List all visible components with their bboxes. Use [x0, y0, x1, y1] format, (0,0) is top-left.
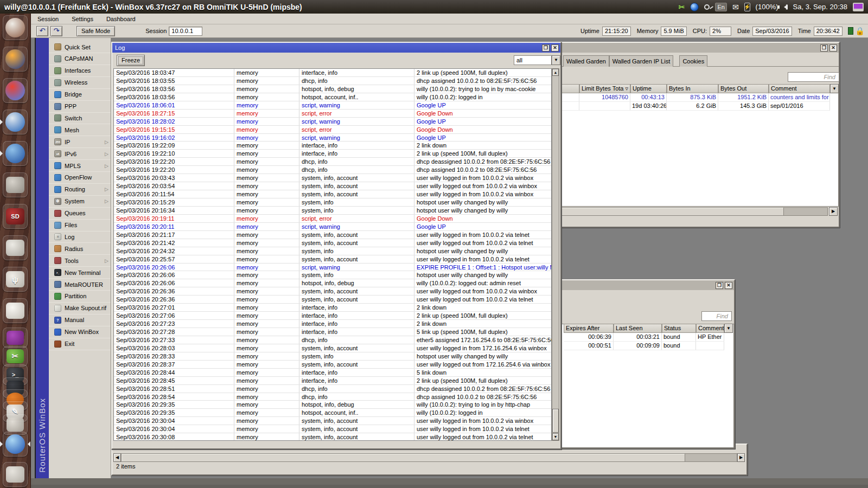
freeze-button[interactable]: Freeze [117, 55, 145, 66]
log-row[interactable]: Sep/03/2016 20:27:01memoryinterface, inf… [114, 304, 551, 312]
log-row[interactable]: Sep/03/2016 20:30:08memorysystem, info, … [114, 433, 551, 441]
table-cell[interactable]: 19d 03:40:26 [630, 102, 667, 111]
scissors-app-icon[interactable]: ✂ [3, 346, 28, 367]
log-row[interactable]: Sep/03/2016 20:27:28memoryinterface, inf… [114, 328, 551, 336]
safe-mode-button[interactable]: Safe Mode [76, 26, 115, 36]
scissors-tray-icon[interactable]: ✂ [679, 3, 685, 11]
menu-dashboard[interactable]: Dashboard [100, 14, 142, 24]
table-cell[interactable]: bound [662, 333, 696, 342]
close-icon[interactable]: ✕ [725, 282, 732, 289]
chrome-icon[interactable] [3, 78, 28, 103]
log-row[interactable]: Sep/03/2016 20:19:11memoryscript, errorG… [114, 215, 551, 223]
log-row[interactable]: Sep/03/2016 20:21:17memorysystem, info, … [114, 231, 551, 239]
close-icon[interactable]: ✕ [829, 44, 837, 52]
horizontal-scrollbar-track[interactable] [784, 207, 828, 216]
log-row[interactable]: Sep/03/2016 20:25:57memorysystem, info, … [114, 255, 551, 264]
log-row[interactable]: Sep/03/2016 18:03:47memoryinterface, inf… [114, 69, 551, 77]
log-row[interactable]: Sep/03/2016 19:22:20memorydhcp, infodhcp… [114, 158, 551, 166]
log-row[interactable]: Sep/03/2016 20:28:45memoryinterface, inf… [114, 377, 551, 385]
sidebar-item-interfaces[interactable]: Interfaces [49, 65, 111, 77]
session-value[interactable]: 10.0.0.1 [169, 27, 202, 36]
column-header[interactable]: Comment [769, 84, 830, 93]
log-row[interactable]: Sep/03/2016 20:20:11memoryscript, warnin… [114, 223, 551, 231]
table-cell[interactable]: 875.3 KiB [667, 93, 718, 102]
column-header[interactable]: Bytes Out [718, 84, 769, 93]
log-row[interactable]: Sep/03/2016 20:26:06memoryhotspot, info,… [114, 279, 551, 287]
sidebar-item-ip[interactable]: 255IP▷ [49, 136, 111, 148]
log-row[interactable]: Sep/03/2016 18:06:01memoryscript, warnin… [114, 101, 551, 110]
horizontal-scrollbar-thumb[interactable] [121, 453, 685, 462]
column-header[interactable]: Status [662, 324, 696, 333]
log-row[interactable]: Sep/03/2016 20:11:54memorysystem, info, … [114, 190, 551, 198]
clock[interactable]: Sa, 3. Sep. 20:38 [793, 3, 847, 11]
winbox-dock-icon[interactable] [3, 432, 28, 457]
terminal-purple-icon[interactable] [3, 328, 28, 348]
log-row[interactable]: Sep/03/2016 20:03:43memorysystem, info, … [114, 174, 551, 182]
log-row[interactable]: Sep/03/2016 18:28:02memoryscript, warnin… [114, 118, 551, 126]
sidebar-item-bridge[interactable]: Bridge [49, 89, 111, 101]
table-cell[interactable] [696, 342, 724, 350]
log-row[interactable]: Sep/03/2016 20:15:29memorysystem, infoho… [114, 198, 551, 207]
folded-app-icon[interactable] [3, 462, 28, 487]
sidebar-item-tools[interactable]: Tools▷ [49, 255, 111, 267]
vertical-scrollbar[interactable]: ▲ ▼ [552, 68, 559, 441]
redo-button[interactable]: ↷ [50, 26, 62, 36]
column-header[interactable]: Bytes In [667, 84, 718, 93]
scroll-right-button[interactable]: ▶ [829, 207, 838, 216]
sidebar-item-radius[interactable]: Radius [49, 243, 111, 255]
log-row[interactable]: Sep/03/2016 20:28:54memorydhcp, infodhcp… [114, 393, 551, 401]
vertical-scrollbar-thumb[interactable] [552, 409, 559, 433]
column-header[interactable]: Uptime [630, 84, 667, 93]
find-input[interactable]: Find [788, 72, 839, 82]
log-row[interactable]: Sep/03/2016 20:30:04memorysystem, info, … [114, 417, 551, 425]
table-cell[interactable]: 00:03:21 [614, 333, 662, 342]
log-row[interactable]: Sep/03/2016 20:16:34memorysystem, infoho… [114, 207, 551, 215]
log-row[interactable]: Sep/03/2016 19:22:10memoryinterface, inf… [114, 150, 551, 158]
log-row[interactable]: Sep/03/2016 18:27:15memoryscript, errorG… [114, 110, 551, 118]
battery-icon[interactable]: ⚡ [744, 3, 750, 11]
sidebar-item-exit[interactable]: Exit [49, 338, 111, 350]
table-cell[interactable] [560, 102, 579, 111]
log-row[interactable]: Sep/03/2016 19:22:09memoryinterface, inf… [114, 142, 551, 150]
log-row[interactable]: Sep/03/2016 18:03:56memoryhotspot, info,… [114, 85, 551, 93]
plug-icon[interactable] [704, 4, 710, 10]
horizontal-scrollbar-track[interactable] [685, 453, 737, 462]
sidebar-item-manual[interactable]: ?Manual [49, 314, 111, 326]
sidebar-item-openflow[interactable]: OpenFlow [49, 172, 111, 184]
firefox-icon[interactable] [3, 47, 28, 72]
table-cell[interactable] [560, 93, 579, 102]
log-row[interactable]: Sep/03/2016 19:15:15memoryscript, errorG… [114, 126, 551, 134]
sidebar-item-mpls[interactable]: MPLS▷ [49, 160, 111, 172]
log-row[interactable]: Sep/03/2016 20:27:33memorydhcp, infoethe… [114, 336, 551, 344]
log-row[interactable]: Sep/03/2016 20:26:36memorysystem, info, … [114, 287, 551, 296]
log-row[interactable]: Sep/03/2016 19:16:02memoryscript, warnin… [114, 134, 551, 142]
table-cell[interactable]: 6.2 GiB [667, 102, 718, 111]
scroll-left-button[interactable]: ◀ [113, 453, 121, 462]
undo-button[interactable]: ↶ [36, 26, 48, 36]
table-cell[interactable]: 00:43:13 [630, 93, 667, 102]
maximize-button[interactable]: ❐ [820, 44, 828, 52]
table-cell[interactable]: 145.3 GiB [718, 102, 769, 111]
find-input[interactable]: Find [701, 311, 732, 321]
sidebar-item-metarouter[interactable]: MetaROUTER [49, 279, 111, 291]
column-header[interactable] [560, 84, 579, 93]
displays-icon[interactable] [853, 3, 864, 11]
sidebar-item-system[interactable]: ⚙System▷ [49, 196, 111, 208]
sidebar-item-partition[interactable]: Partition [49, 291, 111, 303]
network-globe-icon[interactable] [690, 3, 699, 11]
table-cell[interactable]: 10485760 [579, 93, 630, 102]
column-header[interactable]: Comment [696, 324, 724, 333]
table-cell[interactable]: 1951.2 KiB [718, 93, 769, 102]
log-filter-select[interactable]: all [514, 55, 552, 65]
tab-walled-garden[interactable]: Walled Garden [563, 55, 609, 67]
log-row[interactable]: Sep/03/2016 20:30:04memorysystem, info, … [114, 425, 551, 433]
scroll-right-button[interactable]: ▶ [737, 453, 745, 462]
log-row[interactable]: Sep/03/2016 20:26:06memorysystem, infoho… [114, 271, 551, 279]
sidebar-item-queues[interactable]: Queues [49, 208, 111, 220]
sidebar-item-capsman[interactable]: CAPsMAN [49, 53, 111, 65]
menu-session[interactable]: Session [31, 14, 65, 24]
sidebar-item-switch[interactable]: Switch [49, 112, 111, 124]
usb-drive-icon[interactable]: ψ [3, 267, 28, 292]
sidebar-item-mesh[interactable]: Mesh [49, 124, 111, 136]
sidebar-item-ipv6[interactable]: v6IPv6▷ [49, 148, 111, 160]
